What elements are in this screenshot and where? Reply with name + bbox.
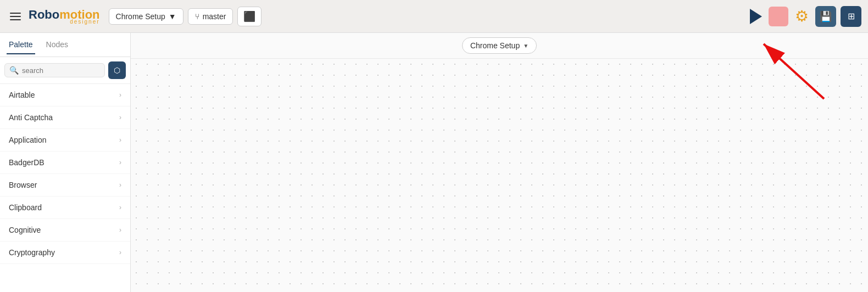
settings-icon: ⚙ — [795, 8, 809, 25]
search-input[interactable] — [22, 66, 100, 75]
play-button[interactable] — [748, 7, 764, 26]
project-dropdown-arrow: ▼ — [169, 12, 176, 21]
hamburger-button[interactable] — [7, 9, 24, 24]
search-icon: 🔍 — [9, 66, 19, 75]
flow-selector[interactable]: Chrome Setup ▼ — [462, 37, 537, 54]
flow-dropdown-arrow: ▼ — [523, 43, 528, 49]
left-panel: Palette Nodes 🔍 ⬡ Airtable › Anti Captch… — [0, 33, 131, 292]
flow-name: Chrome Setup — [470, 41, 520, 50]
category-item[interactable]: Cognitive › — [0, 219, 130, 242]
category-label: Anti Captcha — [9, 113, 53, 122]
logo-sub: designer — [29, 19, 100, 25]
canvas-area[interactable]: Chrome Setup ▼ — [131, 33, 868, 292]
logo: Robomotion designer — [29, 8, 100, 25]
chevron-right-icon: › — [119, 114, 121, 121]
play-icon — [750, 9, 762, 24]
chevron-right-icon: › — [119, 249, 121, 256]
stop-button[interactable] — [769, 7, 788, 26]
category-label: Application — [9, 136, 47, 144]
category-item[interactable]: Application › — [0, 129, 130, 151]
save-button[interactable]: 💾 — [815, 6, 836, 27]
main-layout: Palette Nodes 🔍 ⬡ Airtable › Anti Captch… — [0, 33, 868, 292]
settings-button[interactable]: ⚙ — [793, 5, 811, 27]
category-label: Cryptography — [9, 248, 55, 257]
tab-nodes[interactable]: Nodes — [44, 36, 70, 54]
viewport-icon: ⬛ — [243, 10, 255, 23]
tab-palette[interactable]: Palette — [7, 36, 35, 54]
project-name: Chrome Setup — [116, 12, 165, 21]
category-label: Cognitive — [9, 226, 41, 234]
category-label: BadgerDB — [9, 158, 44, 167]
chevron-right-icon: › — [119, 226, 121, 234]
viewport-button[interactable]: ⬛ — [237, 7, 261, 26]
category-label: Airtable — [9, 91, 35, 99]
category-item[interactable]: Anti Captcha › — [0, 106, 130, 129]
search-input-wrapper: 🔍 — [4, 63, 105, 77]
apps-button[interactable]: ⊞ — [841, 6, 861, 27]
canvas-toolbar: Chrome Setup ▼ — [131, 33, 868, 59]
category-item[interactable]: Cryptography › — [0, 242, 130, 264]
cube-icon: ⬡ — [114, 66, 120, 75]
category-label: Clipboard — [9, 203, 42, 212]
category-list: Airtable › Anti Captcha › Application › … — [0, 84, 130, 292]
chevron-right-icon: › — [119, 181, 121, 189]
category-item[interactable]: BadgerDB › — [0, 151, 130, 174]
chevron-right-icon: › — [119, 204, 121, 211]
chevron-right-icon: › — [119, 136, 121, 144]
category-item[interactable]: Clipboard › — [0, 196, 130, 219]
category-item[interactable]: Browser › — [0, 174, 130, 196]
branch-icon: ⑂ — [195, 12, 199, 21]
chevron-right-icon: › — [119, 91, 121, 99]
branch-selector[interactable]: ⑂ master — [188, 8, 233, 25]
save-icon: 💾 — [820, 10, 832, 23]
top-nav: Robomotion designer Chrome Setup ▼ ⑂ mas… — [0, 0, 868, 33]
search-row: 🔍 ⬡ — [0, 57, 130, 84]
project-selector[interactable]: Chrome Setup ▼ — [109, 8, 183, 25]
tabs-row: Palette Nodes — [0, 33, 130, 57]
dot-grid — [131, 59, 868, 292]
apps-icon: ⊞ — [848, 11, 855, 21]
category-label: Browser — [9, 181, 37, 189]
chevron-right-icon: › — [119, 159, 121, 166]
branch-name: master — [203, 12, 226, 21]
cube-button[interactable]: ⬡ — [108, 61, 126, 79]
category-item[interactable]: Airtable › — [0, 84, 130, 106]
